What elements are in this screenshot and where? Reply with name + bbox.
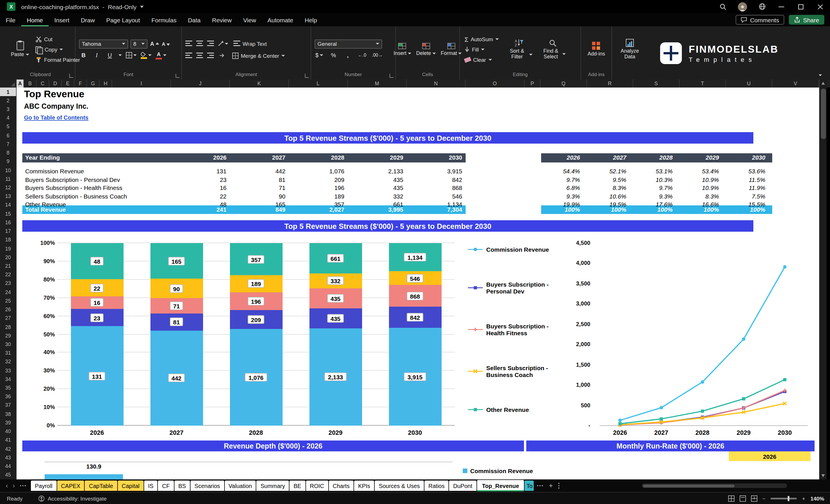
row-header-29[interactable]: 29 (0, 331, 16, 340)
row-header-12[interactable]: 12 (0, 183, 16, 192)
ribbon-tab-page-layout[interactable]: Page Layout (100, 13, 146, 26)
find-select-button[interactable]: Find & Select (539, 38, 568, 61)
close-button[interactable] (810, 0, 830, 13)
ribbon-tab-home[interactable]: Home (21, 13, 49, 26)
column-header-J[interactable]: J (171, 80, 230, 88)
title-chevron-icon[interactable] (140, 5, 143, 8)
pct-year-header[interactable]: 2028 (633, 154, 673, 161)
bold-button[interactable]: B (79, 51, 88, 60)
revenue-value[interactable]: 661 (363, 201, 403, 208)
sheet-tab-top-revenue[interactable]: Top_Revenue (477, 480, 524, 492)
revenue-value[interactable]: 1,076 (304, 168, 344, 175)
revenue-row[interactable]: Buyers Subscription - Personal Dev238120… (22, 176, 466, 184)
year-header[interactable]: 2029 (363, 154, 403, 161)
sheet-tab-bs[interactable]: BS (174, 480, 190, 491)
column-header-V[interactable]: V (772, 80, 819, 88)
row-header-18[interactable]: 18 (0, 235, 16, 244)
revenue-value[interactable]: 3,915 (422, 168, 462, 175)
copy-button[interactable]: Copy (34, 44, 81, 54)
revenue-value[interactable]: 2,133 (363, 168, 403, 175)
runrate-banner[interactable]: Monthly Run-Rate ($'000) - 2026 (526, 441, 815, 451)
column-header-M[interactable]: M (348, 80, 407, 88)
underline-chevron-icon[interactable] (119, 54, 122, 56)
row-header-7[interactable]: 7 (0, 140, 16, 149)
pct-table-header[interactable]: 20262027202820292030 (541, 153, 772, 162)
column-header-R[interactable]: R (587, 80, 633, 88)
column-header-P[interactable]: P (524, 80, 541, 88)
cut-button[interactable]: Cut (34, 34, 81, 44)
row-header-28[interactable]: 28 (0, 323, 16, 331)
company-name[interactable]: ABC Company Inc. (24, 102, 88, 111)
column-header-G[interactable]: G (87, 80, 99, 88)
pct-row[interactable]: 19.9%19.5%17.6%16.6%15.5% (541, 200, 772, 209)
pct-value[interactable]: 9.3% (540, 193, 580, 200)
column-header-O[interactable]: O (466, 80, 524, 88)
revenue-row[interactable]: Sellers Subscription - Business Coach229… (22, 192, 466, 200)
row-header-6[interactable]: 6 (0, 131, 16, 139)
revenue-value[interactable]: 209 (304, 176, 344, 183)
page-layout-view-icon[interactable] (739, 495, 746, 501)
column-header-E[interactable]: E (62, 80, 74, 88)
revenue-value[interactable]: 196 (304, 184, 344, 191)
pct-value[interactable]: 16.6% (679, 201, 719, 208)
align-top-icon[interactable] (185, 41, 192, 46)
sheet-tab-to[interactable]: To (525, 480, 534, 491)
delete-cells-button[interactable]: Delete (414, 41, 437, 58)
pct-value[interactable]: 15.5% (725, 201, 765, 208)
sheet-tab-payroll[interactable]: Payroll (31, 480, 56, 491)
row-header-2[interactable]: 2 (0, 96, 16, 105)
revenue-value[interactable]: 22 (187, 193, 226, 200)
pct-value[interactable]: 52.1% (586, 168, 626, 175)
avatar[interactable] (733, 0, 752, 13)
pct-value[interactable]: 11.9% (725, 184, 765, 191)
pct-row[interactable]: 54.4%52.1%53.1%53.4%53.6% (541, 167, 772, 175)
new-sheet-button[interactable]: + (546, 482, 556, 490)
normal-view-icon[interactable] (728, 495, 734, 501)
excel-app-icon[interactable]: X (7, 2, 15, 11)
revenue-value[interactable]: 90 (246, 193, 285, 200)
column-header-T[interactable]: T (679, 80, 726, 88)
borders-button[interactable] (126, 51, 137, 60)
sheet-tab-roic[interactable]: ROIC (306, 480, 328, 491)
revenue-value[interactable]: 71 (246, 184, 285, 191)
more-tabs-icon[interactable] (535, 485, 546, 486)
row-header-31[interactable]: 31 (0, 349, 16, 357)
font-dialog-launcher[interactable] (175, 74, 180, 78)
sheet-tab-charts[interactable]: Charts (329, 480, 353, 491)
revenue-value[interactable]: 332 (363, 193, 403, 200)
year-header[interactable]: 2027 (246, 154, 285, 161)
fill-button[interactable]: Fill (463, 44, 500, 54)
row-header-15[interactable]: 15 (0, 209, 16, 218)
pct-value[interactable]: 53.4% (679, 168, 719, 175)
tab-list-icon[interactable] (17, 485, 29, 486)
autosum-button[interactable]: ΣAutoSum (463, 34, 500, 44)
pct-row[interactable]: 6.8%8.3%9.7%10.9%11.9% (541, 184, 772, 192)
row-header-32[interactable]: 32 (0, 357, 16, 366)
align-bottom-icon[interactable] (207, 41, 214, 46)
row-header-41[interactable]: 41 (0, 436, 16, 444)
sheet-tab-capex[interactable]: CAPEX (57, 480, 84, 491)
revenue-value[interactable]: 165 (246, 201, 285, 208)
pct-row[interactable]: 9.3%10.6%9.3%8.3%7.5% (541, 192, 772, 200)
row-header-26[interactable]: 26 (0, 305, 16, 314)
font-size-combo[interactable]: 8 (130, 39, 148, 48)
revenue-value[interactable]: 16 (187, 184, 226, 191)
row-header-45[interactable]: 45 (0, 471, 16, 479)
year-header[interactable]: 2030 (422, 154, 462, 161)
row-header-9[interactable]: 9 (0, 157, 16, 166)
sheet-tab-sources-uses[interactable]: Sources & Uses (375, 480, 423, 491)
ribbon-tab-view[interactable]: View (237, 13, 262, 26)
row-header-43[interactable]: 43 (0, 453, 16, 462)
row-header-44[interactable]: 44 (0, 462, 16, 471)
sort-filter-button[interactable]: AZ Sort & Filter (505, 38, 534, 61)
revenue-value[interactable]: 868 (422, 184, 462, 191)
revenue-value[interactable]: 546 (422, 193, 462, 200)
ribbon-tab-insert[interactable]: Insert (49, 13, 75, 26)
italic-button[interactable]: I (92, 51, 101, 60)
wrap-text-button[interactable]: Wrap Text (232, 39, 268, 48)
pct-value[interactable]: 10.3% (633, 176, 673, 183)
revenue-value[interactable]: 189 (304, 193, 344, 200)
underline-button[interactable]: U (105, 51, 115, 60)
revenue-value[interactable]: 435 (363, 184, 403, 191)
column-header-N[interactable]: N (407, 80, 466, 88)
